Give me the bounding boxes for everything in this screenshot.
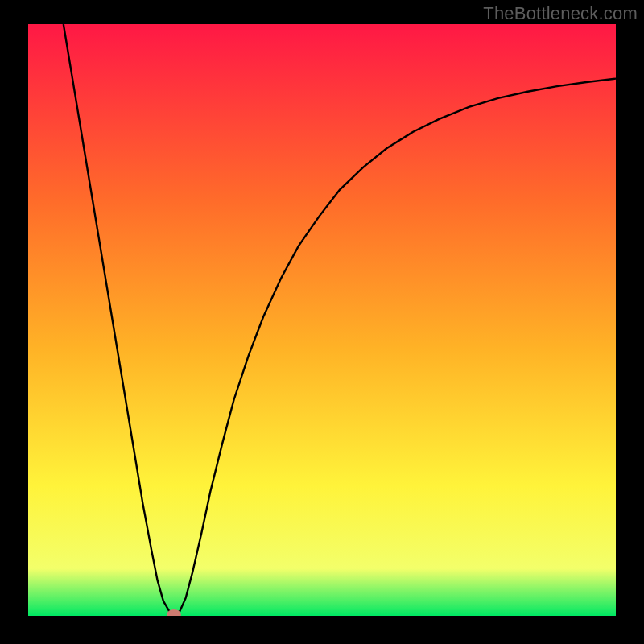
chart-container: TheBottleneck.com — [0, 0, 644, 644]
plot-svg — [28, 24, 616, 616]
gradient-background — [28, 24, 616, 616]
plot-area — [28, 24, 616, 616]
watermark-text: TheBottleneck.com — [483, 3, 638, 24]
